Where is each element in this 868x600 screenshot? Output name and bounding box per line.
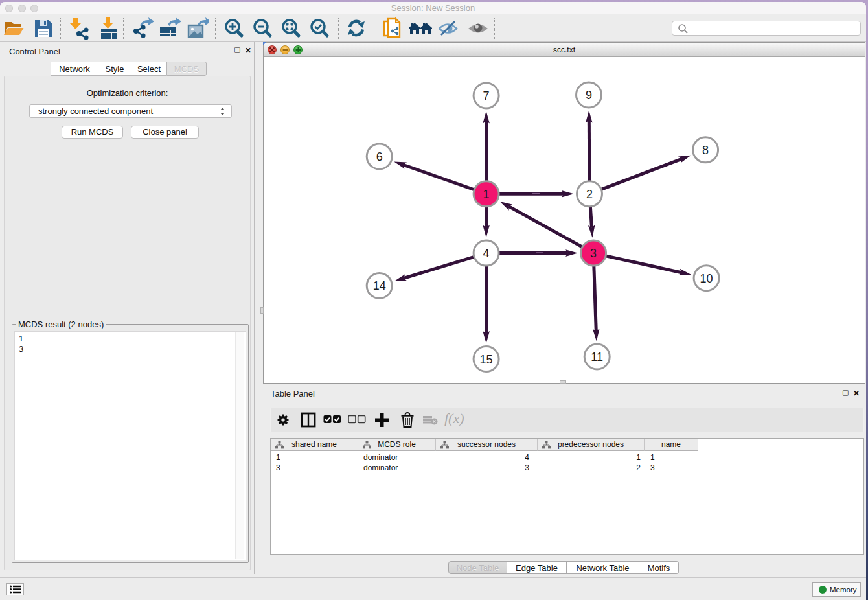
svg-text:4: 4 xyxy=(483,247,490,260)
svg-text:3: 3 xyxy=(590,247,597,260)
svg-text:1: 1 xyxy=(483,188,490,201)
svg-text:11: 11 xyxy=(591,351,603,363)
svg-text:2: 2 xyxy=(586,188,593,201)
svg-text:9: 9 xyxy=(586,89,592,102)
svg-text:10: 10 xyxy=(700,272,713,285)
svg-text:8: 8 xyxy=(702,144,709,157)
svg-text:14: 14 xyxy=(373,279,386,292)
svg-text:7: 7 xyxy=(483,89,490,102)
svg-text:6: 6 xyxy=(376,150,383,163)
svg-text:15: 15 xyxy=(480,353,493,366)
